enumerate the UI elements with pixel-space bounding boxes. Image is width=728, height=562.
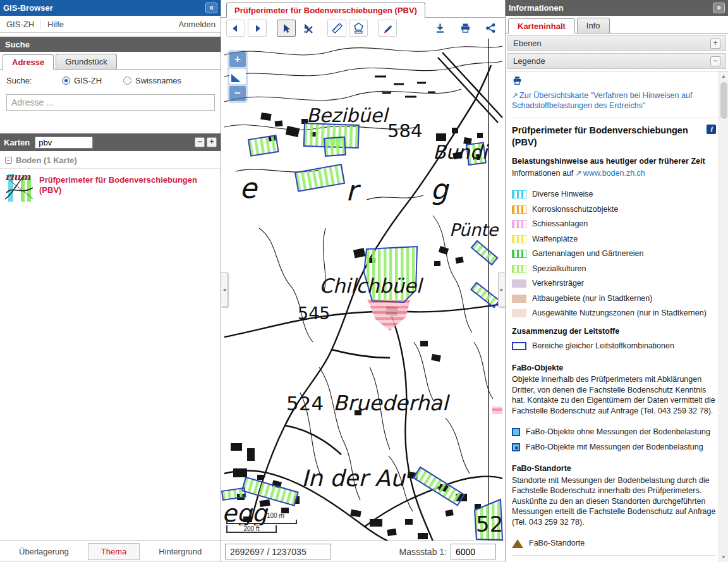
legend-pbv-title: Prüfperimeter für Bodenverschiebungen (P…	[512, 125, 716, 149]
search-field-label: Suche:	[6, 76, 62, 85]
legend-item-diverse-hinweise: Diverse Hinweise	[512, 189, 716, 200]
map-label-r: r	[346, 174, 361, 207]
menu-hilfe[interactable]: Hilfe	[41, 20, 70, 29]
fabo-objekte-title: FaBo-Objekte	[512, 363, 716, 374]
info-panel: Informationen » Karteninhalt Info Ebenen…	[506, 0, 728, 562]
search-tabs: Adresse Grundstück	[0, 52, 221, 70]
collapse-right-panel-button[interactable]: »	[713, 3, 725, 13]
map-label-inderau: In der Au	[301, 465, 406, 491]
legend-info-line: Informationen auf ↗www.boden.zh.ch	[512, 168, 716, 179]
scale-input[interactable]	[451, 544, 496, 559]
tab-karteninhalt[interactable]: Karteninhalt	[508, 18, 575, 34]
measure-distance-button[interactable]	[327, 20, 346, 37]
gis-browser-app: GIS-Browser « GIS-ZH Hilfe Anmelden Such…	[0, 0, 728, 562]
legend-item-spezialkulturen: Spezialkulturen	[512, 264, 716, 274]
tab-grundstueck[interactable]: Grundstück	[56, 54, 116, 69]
deselect-tool-button[interactable]	[298, 20, 317, 37]
external-link-icon: ↗	[512, 91, 518, 100]
search-section-header: Suche	[0, 37, 221, 52]
collapse-group-icon[interactable]	[5, 157, 12, 164]
history-back-button[interactable]	[226, 20, 245, 37]
expand-all-maps-button[interactable]: +	[207, 137, 217, 147]
legend-item-fabo-ohne: FaBo-Objekte ohne Messungen der Bodenbel…	[512, 427, 716, 437]
legend-item-schiessanlagen: Schiessanlagen	[512, 219, 716, 229]
legend-item-nutzungszonen: Ausgewählte Nutzungszonen (nur in Stadtk…	[512, 308, 716, 319]
layer-title[interactable]: Prüfperimeter für Bodenverschiebungen (P…	[39, 174, 215, 202]
legend-subtitle: Belastungshinweise aus heutiger oder frü…	[512, 156, 716, 167]
legend-print-button[interactable]	[512, 75, 716, 89]
legend-swatch	[512, 205, 526, 214]
draw-tool-button[interactable]	[378, 20, 397, 37]
measurement-dot-icon	[515, 446, 518, 449]
map-group-boden[interactable]: Boden (1 Karte)	[0, 151, 221, 169]
triangle-marker-icon	[512, 539, 523, 548]
legend-swatch	[512, 250, 526, 258]
legend-scrollbar[interactable]: ▲ ▼	[719, 71, 728, 562]
map-image[interactable]: Bezibüel 584 Bundi e r g Pünte Chilchbüe…	[221, 39, 505, 541]
zoom-full-extent-button[interactable]	[229, 69, 246, 84]
collapse-left-panel-button[interactable]: «	[205, 3, 217, 13]
download-button[interactable]	[430, 20, 449, 37]
zoom-in-button[interactable]: +	[229, 52, 246, 67]
share-button[interactable]	[481, 20, 500, 37]
map-zoom-control: + −	[228, 50, 248, 103]
legend-swatch	[512, 342, 526, 350]
layer-item-pbv[interactable]: rium Prüfperimeter für Bodenverschiebung…	[0, 169, 221, 207]
login-link[interactable]: Anmelden	[178, 20, 215, 29]
coordinates-input[interactable]	[225, 544, 331, 559]
scroll-up-icon[interactable]: ▲	[719, 71, 728, 81]
scroll-down-icon[interactable]: ▼	[719, 553, 728, 562]
zoom-out-button[interactable]: −	[229, 86, 246, 101]
left-panel: GIS-Browser « GIS-ZH Hilfe Anmelden Such…	[0, 0, 221, 562]
basemap-hintergrund[interactable]: Hintergrund	[159, 547, 202, 556]
collapse-left-handle[interactable]: ◂	[221, 272, 228, 307]
map-toolbar	[221, 18, 505, 39]
ebenen-expand-button[interactable]: +	[710, 39, 720, 49]
legende-collapse-button[interactable]: −	[710, 56, 720, 66]
history-forward-button[interactable]	[248, 20, 267, 37]
legend-item-altbaugebiete: Altbaugebiete (nur in Stadtkernen)	[512, 293, 716, 304]
legend-swatch	[512, 190, 526, 199]
share-icon	[485, 22, 497, 34]
menu-gis-zh[interactable]: GIS-ZH	[5, 20, 41, 29]
pbv-info-icon[interactable]: i	[707, 125, 716, 134]
map-label-puente: Pünte	[449, 220, 499, 240]
map-tab-pbv[interactable]: Prüfperimeter für Bodenverschiebungen (P…	[226, 3, 425, 18]
external-link-icon: ↗	[576, 169, 582, 178]
print-button[interactable]	[456, 20, 475, 37]
legend-swatch	[512, 309, 526, 317]
map-kbs-area	[367, 299, 410, 331]
boden-zh-link[interactable]: www.boden.zh.ch	[583, 169, 645, 178]
fabo-objekte-text: Objekte innerhalb des Prüfperimeters mit…	[512, 374, 716, 416]
map-label-bundi: Bundi	[433, 141, 490, 163]
collapse-right-handle[interactable]: ▸	[498, 272, 505, 307]
collapse-all-maps-button[interactable]: −	[195, 137, 205, 147]
radio-gis-zh[interactable]: GIS-ZH	[62, 76, 102, 85]
map-label-g: g	[430, 173, 449, 205]
pencil-icon	[382, 23, 393, 34]
radio-gis-zh-control[interactable]	[62, 76, 70, 85]
layer-thumbnail: rium	[5, 174, 34, 202]
radio-swissnames-control[interactable]	[123, 76, 131, 85]
accordion-ebenen[interactable]: Ebenen +	[507, 35, 726, 51]
basemap-ueberlagerung[interactable]: Überlagerung	[19, 547, 69, 556]
fabo-standorte-title: FaBo-Standorte	[512, 463, 716, 474]
tab-adresse[interactable]: Adresse	[3, 54, 54, 70]
tab-info[interactable]: Info	[577, 18, 610, 33]
info-tabs: Karteninhalt Info	[506, 16, 728, 34]
map-filter-input[interactable]	[35, 137, 93, 149]
printer-icon	[512, 75, 523, 86]
overview-map-link[interactable]: ↗Zur Übersichtskarte "Verfahren bei Hinw…	[512, 90, 716, 111]
address-search-input[interactable]	[6, 94, 215, 111]
select-tool-button[interactable]	[277, 20, 296, 37]
measure-area-button[interactable]	[349, 20, 368, 37]
legend-content: ↗Zur Übersichtskarte "Verfahren bei Hinw…	[506, 71, 719, 562]
map-canvas[interactable]: Bezibüel 584 Bundi e r g Pünte Chilchbüe…	[221, 39, 505, 541]
radio-swissnames[interactable]: Swissnames	[123, 76, 181, 85]
basemap-thema[interactable]: Thema	[88, 543, 140, 560]
map-label-524: 524	[286, 392, 324, 415]
maps-section-header: Karten − +	[0, 133, 221, 151]
scrollbar-thumb[interactable]	[720, 82, 727, 119]
accordion-legende[interactable]: Legende −	[507, 53, 726, 69]
map-panel: Prüfperimeter für Bodenverschiebungen (P…	[221, 0, 506, 562]
